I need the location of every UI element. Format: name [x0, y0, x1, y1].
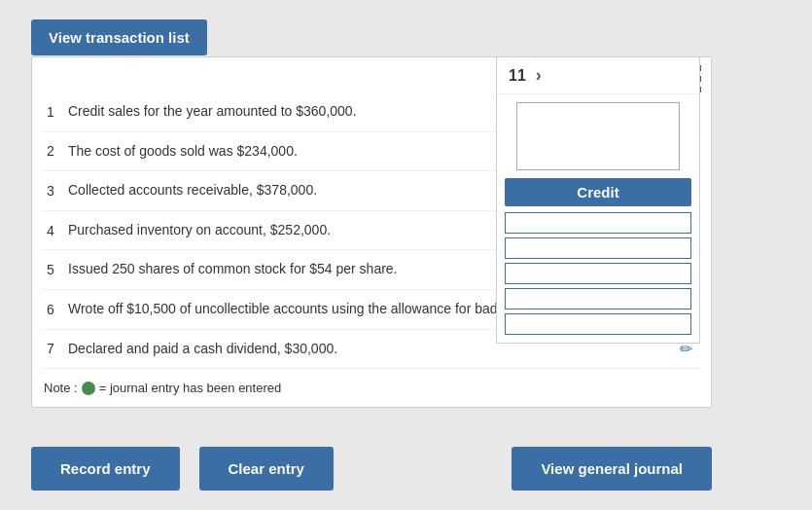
- credit-line-1[interactable]: [505, 212, 691, 234]
- view-general-journal-button[interactable]: View general journal: [512, 447, 712, 491]
- note-row: Note : = journal entry has been entered: [32, 369, 711, 407]
- pagination-row: 11 ›: [497, 57, 699, 94]
- note-dot: [82, 382, 95, 395]
- clear-entry-button[interactable]: Clear entry: [199, 447, 334, 491]
- note-prefix: Note :: [44, 381, 78, 395]
- credit-lines: [497, 210, 699, 343]
- page-number: 11: [509, 67, 526, 85]
- entry-number: 1: [47, 104, 68, 120]
- entry-number: 5: [47, 262, 68, 277]
- right-panel: 11 › Credit: [496, 56, 700, 344]
- entry-number: 3: [47, 183, 68, 199]
- entry-number: 7: [47, 341, 68, 356]
- text-input-box[interactable]: [516, 102, 680, 170]
- credit-line-2[interactable]: [505, 237, 691, 259]
- bottom-buttons: Record entry Clear entry View general jo…: [31, 447, 712, 491]
- view-transaction-button[interactable]: View transaction list: [31, 19, 207, 55]
- next-page-button[interactable]: ›: [536, 65, 542, 86]
- credit-line-5[interactable]: [505, 313, 691, 335]
- entry-number: 6: [47, 302, 68, 317]
- record-entry-button[interactable]: Record entry: [31, 447, 180, 491]
- credit-line-3[interactable]: [505, 263, 691, 284]
- top-bar: View transaction list: [31, 19, 207, 55]
- note-suffix: = journal entry has been entered: [99, 381, 282, 395]
- credit-line-4[interactable]: [505, 288, 691, 310]
- entry-number: 4: [47, 223, 68, 238]
- entry-number: 2: [47, 143, 68, 159]
- credit-header: Credit: [505, 178, 691, 206]
